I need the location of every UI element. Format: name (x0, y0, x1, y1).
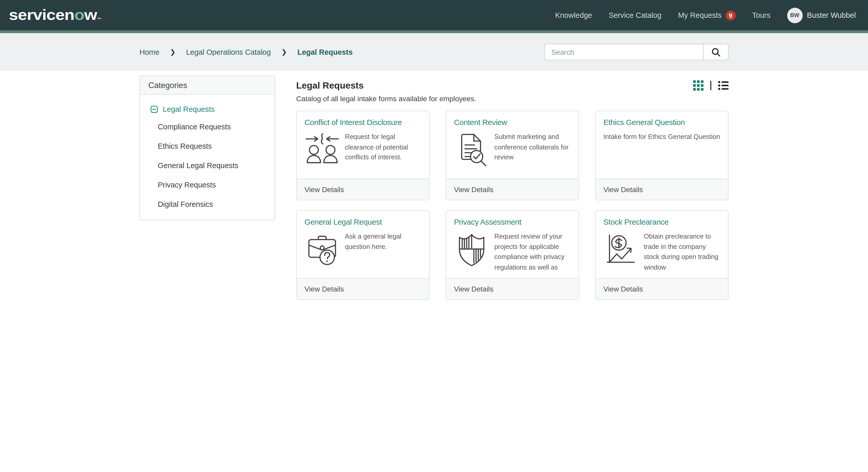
logo-text: servicen (9, 7, 74, 23)
chevron-right-icon: ❯ (281, 48, 287, 56)
grid-view-icon (693, 80, 704, 91)
card-description: Request review of your projects for appl… (494, 231, 571, 273)
breadcrumb-legal-operations-catalog[interactable]: Legal Operations Catalog (186, 48, 271, 56)
search-icon (711, 47, 720, 57)
card-title-link[interactable]: General Legal Request (305, 217, 421, 226)
view-details-link[interactable]: View Details (454, 285, 493, 293)
breadcrumb: Home ❯ Legal Operations Catalog ❯ Legal … (140, 48, 352, 56)
logo-text-end: w (84, 7, 97, 23)
card-title-link[interactable]: Content Review (454, 118, 571, 127)
card-title-link[interactable]: Stock Preclearance (603, 217, 720, 226)
card-description: Submit marketing and conference collater… (494, 132, 571, 162)
card-ethics-general-question: Ethics General Question Intake form for … (595, 111, 728, 200)
view-toggle-divider (710, 81, 711, 90)
avatar: BW (787, 7, 802, 23)
card-title-link[interactable]: Conflict of Interest Disclosure (305, 118, 421, 127)
page-title: Legal Requests (296, 80, 364, 91)
sidebar-item-digital-forensics[interactable]: Digital Forensics (140, 195, 275, 214)
nav-tours[interactable]: Tours (752, 11, 770, 19)
nav-service-catalog[interactable]: Service Catalog (609, 11, 661, 19)
card-description: Intake form for Ethics General Question (603, 132, 720, 142)
nav-knowledge[interactable]: Knowledge (555, 11, 592, 19)
user-name: Buster Wubbel (807, 11, 856, 19)
breadcrumb-current: Legal Requests (297, 48, 352, 56)
card-title-link[interactable]: Ethics General Question (603, 118, 720, 127)
sidebar-item-privacy-requests[interactable]: Privacy Requests (140, 175, 275, 195)
content: Categories Legal Requests Compliance Req… (140, 76, 728, 300)
card-description: Obtain preclearance to trade in the comp… (644, 231, 720, 273)
my-requests-count-badge: 9 (726, 10, 736, 21)
breadcrumb-home[interactable]: Home (140, 48, 159, 56)
subheader: Home ❯ Legal Operations Catalog ❯ Legal … (0, 33, 868, 71)
catalog-description: Catalog of all legal intake forms availa… (296, 95, 728, 103)
logo-accent-o: o (74, 7, 84, 23)
card-description: Ask a general legal question here. (345, 231, 421, 252)
shield-icon (454, 231, 489, 267)
conflict-people-icon (305, 132, 340, 167)
top-navbar: servicenow™ Knowledge Service Catalog My… (0, 0, 868, 30)
brand-strip (0, 30, 868, 33)
nav-my-requests[interactable]: My Requests9 (678, 10, 736, 21)
view-details-link[interactable]: View Details (305, 285, 344, 293)
trademark-symbol: ™ (97, 17, 101, 21)
document-magnifier-icon (454, 132, 489, 167)
card-privacy-assessment: Privacy Assessment (445, 210, 579, 300)
page: servicenow™ Knowledge Service Catalog My… (0, 0, 868, 472)
sidebar-item-legal-requests[interactable]: Legal Requests (140, 101, 275, 117)
card-description: Request for legal clearance of potential… (345, 132, 421, 162)
search-input[interactable] (545, 44, 703, 60)
catalog-cards: Conflict of Interest Disclosure (296, 111, 728, 300)
briefcase-question-icon (305, 231, 340, 267)
card-stock-preclearance: Stock Preclearance (595, 210, 728, 300)
catalog-main: Legal Requests (296, 76, 728, 300)
sidebar-item-general-legal-requests[interactable]: General Legal Requests (140, 156, 275, 175)
nav-my-requests-label: My Requests (678, 11, 722, 19)
navbar-menu: Knowledge Service Catalog My Requests9 T… (555, 7, 856, 23)
search (544, 44, 728, 60)
servicenow-logo[interactable]: servicenow™ (9, 8, 101, 23)
list-view-button[interactable] (718, 80, 728, 91)
stock-chart-dollar-icon (603, 231, 639, 267)
categories-title: Categories (140, 76, 275, 95)
sidebar-item-label: Legal Requests (163, 105, 215, 113)
view-details-link[interactable]: View Details (603, 285, 643, 293)
search-button[interactable] (703, 44, 728, 60)
view-toggle (693, 80, 728, 91)
chevron-right-icon: ❯ (170, 48, 176, 56)
grid-view-button[interactable] (693, 80, 704, 91)
sidebar-item-ethics-requests[interactable]: Ethics Requests (140, 136, 275, 156)
card-conflict-of-interest-disclosure: Conflict of Interest Disclosure (296, 111, 429, 200)
view-details-link[interactable]: View Details (305, 185, 344, 194)
view-details-link[interactable]: View Details (454, 185, 493, 194)
list-view-icon (718, 80, 728, 91)
view-details-link[interactable]: View Details (603, 185, 643, 194)
categories-list: Legal Requests Compliance Requests Ethic… (140, 95, 275, 219)
card-title-link[interactable]: Privacy Assessment (454, 217, 571, 226)
user-menu[interactable]: BW Buster Wubbel (787, 7, 856, 23)
card-general-legal-request: General Legal Request (296, 210, 429, 300)
categories-panel: Categories Legal Requests Compliance Req… (140, 76, 275, 220)
card-content-review: Content Review (445, 111, 579, 200)
sidebar-item-compliance-requests[interactable]: Compliance Requests (140, 117, 275, 136)
collapse-minus-icon[interactable] (151, 105, 158, 113)
